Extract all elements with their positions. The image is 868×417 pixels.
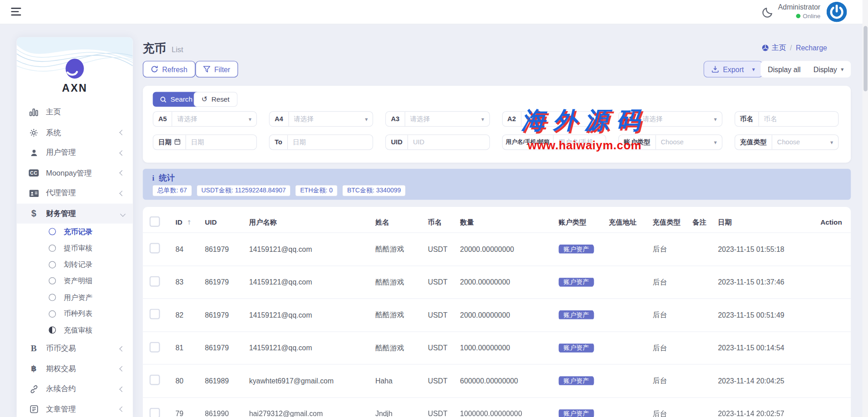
- column-header[interactable]: 账户类型: [558, 218, 609, 227]
- filter-field[interactable]: 用户名/手机/邮箱: [553, 135, 605, 150]
- sidebar-item-icon: [29, 149, 39, 157]
- row-checkbox[interactable]: [149, 342, 160, 352]
- filter-button[interactable]: Filter: [195, 61, 238, 78]
- row-checkbox[interactable]: [149, 407, 160, 417]
- reset-button[interactable]: ↺ Reset: [194, 92, 237, 107]
- cell-username: 14159121@qq.com: [249, 278, 375, 286]
- display-button[interactable]: Display ▾: [814, 65, 844, 73]
- filter-field[interactable]: 请选择 ▾: [521, 112, 605, 126]
- sidebar-item[interactable]: 划转记录: [17, 256, 133, 273]
- refresh-button[interactable]: Refresh: [143, 61, 195, 78]
- cell-recharge-type: 后台: [653, 244, 693, 254]
- cell-uid: 861979: [205, 344, 249, 352]
- column-header[interactable]: UID: [205, 219, 249, 226]
- export-button[interactable]: Export ▾: [704, 61, 763, 78]
- filter-field[interactable]: 请选择 ▾: [289, 112, 373, 126]
- filter-field[interactable]: Choose ▾: [656, 135, 722, 150]
- search-icon: [160, 96, 167, 103]
- search-panel: Search ↺ Reset A5 请选择 ▾ A4 请选择 ▾ A3: [143, 86, 851, 162]
- sidebar-item-icon: B: [29, 344, 39, 353]
- cell-name: Jndjh: [375, 410, 428, 417]
- dark-mode-moon-icon[interactable]: [762, 6, 774, 18]
- cell-coin: USDT: [428, 344, 460, 352]
- column-header[interactable]: ID ↑: [176, 219, 205, 226]
- filter-group: To 日期: [269, 134, 373, 150]
- sidebar-item[interactable]: 充值审核: [17, 322, 133, 339]
- column-header[interactable]: 充值类型: [653, 218, 693, 227]
- sidebar-item[interactable]: 系统: [17, 123, 133, 143]
- sidebar-item[interactable]: 代理管理: [17, 183, 133, 204]
- filter-field[interactable]: 请选择 ▾: [173, 112, 256, 126]
- column-header[interactable]: Action: [820, 219, 851, 226]
- filter-field[interactable]: 请选择 ▾: [638, 112, 722, 126]
- sidebar-item[interactable]: 永续合约: [17, 379, 133, 399]
- filter-placeholder: 日期: [293, 137, 306, 147]
- filter-field[interactable]: 日期: [186, 135, 256, 150]
- row-checkbox[interactable]: [149, 375, 160, 385]
- cell-id: 79: [176, 410, 205, 417]
- sidebar-item-label: 用户资产: [64, 293, 92, 303]
- sidebar-item[interactable]: 充币记录: [17, 224, 133, 240]
- sidebar-item[interactable]: 主页: [17, 103, 133, 123]
- filter-field[interactable]: 请选择 ▾: [405, 112, 489, 126]
- filter-field[interactable]: Choose ▾: [772, 135, 838, 150]
- breadcrumb-home-link[interactable]: 主页: [762, 43, 786, 53]
- chevron-icon: [119, 130, 125, 135]
- filter-group: 币名 币名: [735, 111, 838, 127]
- refresh-icon: [151, 65, 158, 73]
- sidebar-item[interactable]: 文章管理: [17, 399, 133, 417]
- filter-field[interactable]: 币名: [759, 112, 838, 126]
- sidebar-item[interactable]: 币种列表: [17, 306, 133, 322]
- sort-ascending-icon[interactable]: ↑: [187, 219, 192, 226]
- filter-placeholder: Choose: [661, 138, 684, 146]
- chevron-icon: [119, 386, 125, 392]
- cell-account-type: 账户资产: [558, 343, 609, 353]
- column-header[interactable]: 充值地址: [609, 218, 652, 227]
- cell-date: 2023-11-14 20:02:57: [718, 410, 821, 417]
- column-header[interactable]: 姓名: [375, 218, 428, 227]
- cell-amount: 20000.00000000: [460, 245, 558, 253]
- hamburger-menu-icon[interactable]: [11, 8, 21, 15]
- filter-field[interactable]: UID: [408, 135, 489, 150]
- table-row: 83 861979 14159121@qq.com 酷酷游戏 USDT 2000…: [143, 265, 851, 299]
- sidebar-item-label: 文章管理: [46, 404, 76, 414]
- sidebar-item[interactable]: B 币币交易: [17, 339, 133, 359]
- records-table: ID ↑ UID 用户名称 姓名 币名 数量 账户类型 充值地址 充值类型 备注: [143, 207, 851, 417]
- row-checkbox[interactable]: [149, 276, 160, 286]
- cell-recharge-type: 后台: [653, 310, 693, 320]
- filter-label: 充值类型: [735, 135, 772, 150]
- column-header[interactable]: 备注: [692, 218, 718, 227]
- column-header[interactable]: 币名: [428, 218, 460, 227]
- search-button[interactable]: Search: [153, 92, 200, 107]
- sidebar-item-icon: [29, 190, 39, 197]
- cell-account-type: 账户资产: [558, 409, 609, 417]
- stat-chip: USDT金额: 112592248.84907: [197, 185, 291, 196]
- column-header[interactable]: 用户名称: [249, 218, 375, 227]
- avatar[interactable]: [827, 2, 847, 22]
- cell-account-type: 账户资产: [558, 310, 609, 319]
- stat-chip: BTC金额: 3340099: [342, 185, 406, 196]
- column-header[interactable]: 日期: [718, 218, 821, 227]
- sidebar-item[interactable]: 提币审核: [17, 240, 133, 256]
- filter-label: 用户名/手机/邮箱: [503, 135, 554, 150]
- select-all-checkbox[interactable]: [149, 216, 160, 227]
- sidebar-item[interactable]: 用户资产: [17, 289, 133, 305]
- chevron-icon: [119, 366, 125, 372]
- sidebar-item[interactable]: $ 财务管理: [17, 203, 133, 224]
- account-type-badge: 账户资产: [558, 409, 594, 417]
- display-all-button[interactable]: Display all: [768, 65, 800, 73]
- account-type-badge: 账户资产: [558, 245, 594, 254]
- scrollbar-thumb[interactable]: [863, 26, 868, 91]
- sidebar-item[interactable]: ฿ 期权交易: [17, 359, 133, 379]
- breadcrumb: 主页 / Recharge: [762, 43, 827, 53]
- sidebar-item[interactable]: 用户管理: [17, 143, 133, 163]
- row-select-cell: [149, 309, 175, 321]
- column-header[interactable]: 数量: [460, 218, 558, 227]
- sidebar-item-icon: $: [29, 209, 39, 218]
- row-checkbox[interactable]: [149, 243, 160, 254]
- breadcrumb-current[interactable]: Recharge: [796, 44, 827, 52]
- filter-field[interactable]: 日期: [288, 135, 373, 150]
- sidebar-item[interactable]: 资产明细: [17, 273, 133, 289]
- row-checkbox[interactable]: [149, 309, 160, 319]
- sidebar-item[interactable]: CC Moonpay管理: [17, 163, 133, 183]
